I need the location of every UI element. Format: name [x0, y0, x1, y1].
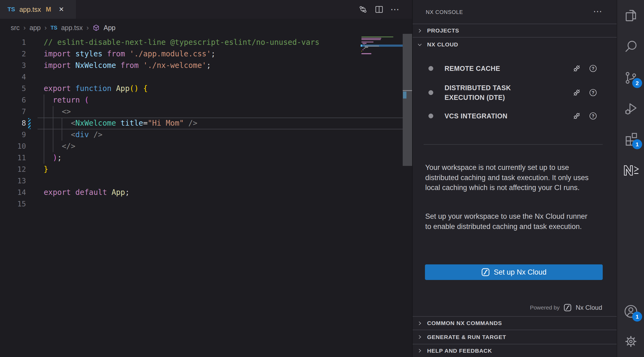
section-common-nx-commands[interactable]: COMMON NX COMMANDS [413, 316, 617, 330]
workspace-status-text: Your workspace is not currently set up t… [425, 163, 591, 193]
line-number: 4 [0, 73, 26, 81]
activity-extensions-icon[interactable]: 1 [623, 132, 638, 147]
vscode-window: TS app.tsx M ✕ ⋯ src › app › TS app.tsx [0, 0, 644, 357]
activity-accounts-icon[interactable]: 1 [623, 304, 638, 319]
activity-settings-icon[interactable] [623, 334, 638, 349]
feature-status-dot [428, 90, 433, 95]
connect-icon[interactable] [572, 112, 581, 120]
svg-text:?: ? [592, 66, 594, 71]
feature-status-dot [428, 66, 433, 71]
activity-source-control-icon[interactable]: 2 [623, 70, 638, 85]
section-nx-cloud[interactable]: NX CLOUD [413, 37, 617, 52]
activity-search-icon[interactable] [623, 39, 638, 54]
breadcrumb-separator: › [45, 24, 47, 32]
code-line[interactable]: 10 </> [0, 140, 412, 152]
more-actions-icon[interactable]: ⋯ [390, 5, 400, 14]
line-content: </> [44, 142, 75, 151]
chevron-down-icon [417, 42, 423, 48]
section-projects[interactable]: PROJECTS [413, 24, 617, 37]
breadcrumb-symbol-app[interactable]: App [103, 24, 115, 32]
modified-badge: M [46, 6, 51, 13]
line-number: 2 [0, 50, 26, 58]
code-line[interactable]: 13 [0, 175, 412, 187]
feature-label: VCS INTEGRATION [445, 111, 549, 121]
symbol-cube-icon [92, 24, 100, 31]
nx-cloud-icon [564, 304, 572, 312]
close-icon[interactable]: ✕ [59, 6, 64, 13]
overview-ruler-modified-mark [403, 92, 406, 99]
code-line[interactable]: 3import NxWelcome from './nx-welcome'; [0, 60, 412, 71]
code-line[interactable]: 2import styles from './app.module.css'; [0, 48, 412, 60]
line-number: 6 [0, 96, 26, 104]
code-line[interactable]: 1// eslint-disable-next-line @typescript… [0, 37, 412, 48]
breadcrumb-src[interactable]: src [11, 24, 20, 32]
code-line[interactable]: 6 return ( [0, 94, 412, 106]
line-number: 8 [0, 119, 26, 127]
feature-label: REMOTE CACHE [445, 64, 549, 73]
line-number: 11 [0, 154, 26, 162]
connect-icon[interactable] [572, 88, 581, 97]
line-number: 7 [0, 107, 26, 116]
line-number: 9 [0, 130, 26, 139]
help-icon[interactable]: ? [589, 112, 597, 120]
nx-cloud-icon [481, 268, 490, 276]
chevron-right-icon [417, 320, 423, 326]
code-line[interactable]: 7 <> [0, 106, 412, 117]
feature-label: DISTRIBUTED TASK EXECUTION (DTE) [445, 83, 549, 102]
code-line[interactable]: 15 [0, 198, 412, 210]
breadcrumb-separator: › [87, 24, 89, 32]
nx-cloud-feature-row: VCS INTEGRATION ? [413, 109, 617, 123]
breadcrumb-app[interactable]: app [29, 24, 41, 32]
badge: 1 [632, 312, 642, 322]
line-number: 15 [0, 200, 26, 208]
svg-text:?: ? [592, 90, 594, 95]
section-label: PROJECTS [427, 27, 459, 34]
code-line[interactable]: 14export default App; [0, 187, 412, 198]
nx-cloud-brand-link[interactable]: Nx Cloud [576, 304, 602, 311]
line-content: import NxWelcome from './nx-welcome'; [44, 61, 211, 70]
section-label: NX CLOUD [427, 41, 458, 48]
section-label: HELP AND FEEDBACK [427, 348, 492, 354]
tab-app-tsx[interactable]: TS app.tsx M ✕ [0, 0, 76, 19]
line-content: ); [44, 153, 62, 162]
split-editor-icon[interactable] [374, 5, 384, 14]
connect-icon[interactable] [572, 64, 581, 73]
open-changes-icon[interactable] [358, 5, 368, 14]
line-number: 12 [0, 165, 26, 173]
line-content: <NxWelcome title="Hi Mom" /> [44, 119, 197, 128]
editor-region: TS app.tsx M ✕ ⋯ src › app › TS app.tsx [0, 0, 412, 357]
chevron-right-icon [417, 28, 423, 34]
line-number: 1 [0, 38, 26, 46]
activity-nx-console-icon[interactable] [623, 163, 638, 178]
line-content: // eslint-disable-next-line @typescript-… [44, 38, 319, 47]
minimap-slider-edge [403, 90, 412, 91]
badge: 2 [632, 78, 642, 88]
line-content: export default App; [44, 188, 129, 197]
breadcrumb-file[interactable]: app.tsx [61, 24, 83, 32]
tab-label: app.tsx [19, 6, 41, 13]
code-line[interactable]: 11 ); [0, 152, 412, 163]
setup-nx-cloud-button[interactable]: Set up Nx Cloud [425, 264, 603, 280]
activity-explorer-icon[interactable] [623, 8, 638, 23]
tab-bar: TS app.tsx M ✕ ⋯ [0, 0, 412, 19]
line-content: <> [44, 107, 71, 116]
line-number: 13 [0, 177, 26, 185]
line-content: import styles from './app.module.css'; [44, 49, 216, 58]
panel-title: NX CONSOLE [426, 0, 463, 24]
setup-hint-text: Set up your workspace to use the Nx Clou… [425, 212, 591, 232]
svg-text:?: ? [592, 114, 594, 118]
scrollbar-thumb[interactable] [403, 34, 412, 166]
panel-more-actions-icon[interactable]: ⋯ [593, 0, 603, 23]
indent-guide [44, 94, 44, 164]
code-line[interactable]: 12} [0, 163, 412, 175]
code-line[interactable]: 4 [0, 71, 412, 83]
code-line[interactable]: 5export function App() { [0, 83, 412, 94]
section-generate-run-target[interactable]: GENERATE & RUN TARGET [413, 330, 617, 344]
panel-header: NX CONSOLE ⋯ [413, 0, 617, 24]
help-icon[interactable]: ? [589, 89, 597, 97]
help-icon[interactable]: ? [589, 64, 597, 72]
minimap[interactable] [361, 35, 403, 67]
section-help-and-feedback[interactable]: HELP AND FEEDBACK [413, 344, 617, 357]
activity-run-and-debug-icon[interactable] [623, 101, 638, 116]
nx-cloud-feature-row: DISTRIBUTED TASK EXECUTION (DTE) ? [413, 81, 617, 105]
